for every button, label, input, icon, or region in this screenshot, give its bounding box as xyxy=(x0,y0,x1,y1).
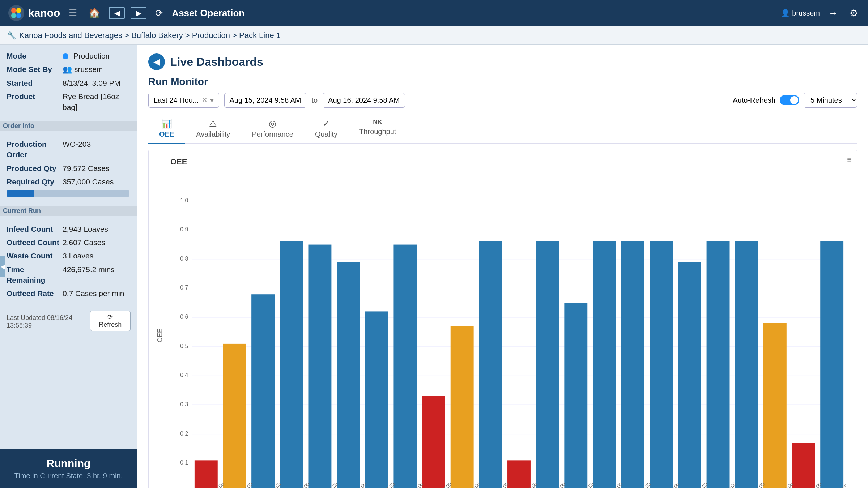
svg-rect-49 xyxy=(820,241,843,488)
oee-icon: 📊 xyxy=(161,119,172,129)
svg-rect-46 xyxy=(735,241,758,488)
dashboard-header: ◀ Live Dashboards xyxy=(148,53,857,70)
back-to-dashboards-button[interactable]: ◀ xyxy=(148,53,165,70)
svg-rect-29 xyxy=(251,294,275,488)
info-section: Mode Production Mode Set By 👥srussem Sta… xyxy=(0,45,137,121)
login-button[interactable]: → xyxy=(826,6,841,20)
current-run-section: Infeed Count 2,943 Loaves Outfeed Count … xyxy=(0,218,137,308)
tab-quality-label: Quality xyxy=(315,130,337,138)
date-range-dropdown[interactable]: Last 24 Hou... ✕ ▾ xyxy=(148,93,219,108)
svg-rect-34 xyxy=(393,245,417,488)
chart-menu-button[interactable]: ≡ xyxy=(847,155,852,164)
svg-text:0.3: 0.3 xyxy=(180,401,188,407)
mode-dot xyxy=(63,53,68,59)
date-from-value: Aug 15, 2024 9:58 AM xyxy=(230,96,301,104)
outfeed-rate-label: Outfeed Rate xyxy=(7,288,63,299)
tab-throughput-label: Throughput xyxy=(359,128,396,136)
tab-oee-label: OEE xyxy=(159,130,174,138)
svg-rect-43 xyxy=(650,241,673,488)
tab-availability-label: Availability xyxy=(196,130,230,138)
username-label: brussem xyxy=(792,9,820,17)
auto-refresh-toggle[interactable] xyxy=(780,95,799,105)
product-value: Rye Bread [16oz bag] xyxy=(63,91,131,112)
last-updated: Last Updated 08/16/24 13:58:39 xyxy=(7,314,90,329)
tab-oee[interactable]: 📊 OEE xyxy=(148,114,185,144)
progress-bar-fill xyxy=(7,190,34,197)
tab-throughput[interactable]: NK Throughput xyxy=(348,114,407,144)
svg-rect-41 xyxy=(593,241,616,488)
availability-icon: ⚠ xyxy=(209,119,217,129)
svg-point-4 xyxy=(16,13,21,18)
produced-qty-row: Produced Qty 79,572 Cases xyxy=(7,163,131,174)
svg-rect-32 xyxy=(337,262,360,488)
svg-text:0.5: 0.5 xyxy=(180,343,188,349)
svg-text:0.2: 0.2 xyxy=(180,431,188,437)
waste-count-row: Waste Count 3 Loaves xyxy=(7,251,131,261)
running-banner: Running Time in Current State: 3 hr. 9 m… xyxy=(0,449,137,488)
svg-rect-38 xyxy=(507,460,531,488)
logo-area: kanoo xyxy=(7,4,60,22)
auto-refresh-label: Auto-Refresh xyxy=(733,96,775,104)
outfeed-rate-row: Outfeed Rate 0.7 Cases per min xyxy=(7,288,131,299)
svg-rect-39 xyxy=(536,241,559,488)
throughput-icon: NK xyxy=(373,119,382,126)
svg-rect-42 xyxy=(621,241,644,488)
svg-rect-45 xyxy=(707,241,730,488)
kanoo-logo-icon xyxy=(7,4,25,22)
outfeed-count-row: Outfeed Count 2,607 Cases xyxy=(7,237,131,248)
mode-value: Production xyxy=(63,51,110,61)
user-area: 👤 brussem xyxy=(781,9,820,17)
svg-text:1.0: 1.0 xyxy=(180,197,188,204)
back-button[interactable]: ◀ xyxy=(109,7,125,19)
svg-rect-31 xyxy=(308,245,331,488)
svg-rect-27 xyxy=(195,460,218,488)
svg-rect-33 xyxy=(365,311,388,488)
forward-button[interactable]: ▶ xyxy=(131,7,146,19)
svg-rect-37 xyxy=(479,241,502,488)
tab-quality[interactable]: ✓ Quality xyxy=(304,114,348,144)
svg-point-1 xyxy=(11,8,16,13)
mode-label: Mode xyxy=(7,51,63,61)
mode-set-by-label: Mode Set By xyxy=(7,64,63,74)
order-info-divider: Order Info xyxy=(0,121,137,131)
settings-button[interactable]: ⚙ xyxy=(847,6,861,20)
svg-text:0.6: 0.6 xyxy=(180,314,188,320)
menu-button[interactable]: ☰ xyxy=(66,6,80,20)
svg-text:0.7: 0.7 xyxy=(180,284,188,291)
tab-availability[interactable]: ⚠ Availability xyxy=(185,114,241,144)
svg-text:0.4: 0.4 xyxy=(180,372,188,378)
user-icon: 👤 xyxy=(781,9,790,17)
date-to-value: Aug 16, 2024 9:58 AM xyxy=(328,96,400,104)
tabs-row: 📊 OEE ⚠ Availability ◎ Performance ✓ Qua… xyxy=(148,114,857,144)
refresh-button[interactable]: ⟳ Refresh xyxy=(90,311,131,331)
time-remaining-row: Time Remaining 426,675.2 mins xyxy=(7,264,131,286)
tab-performance[interactable]: ◎ Performance xyxy=(241,114,304,144)
running-time: Time in Current State: 3 hr. 9 min. xyxy=(6,472,131,480)
clear-icon[interactable]: ✕ xyxy=(202,96,207,104)
production-order-label: Production Order xyxy=(7,139,63,160)
right-panel: ◀ Live Dashboards Run Monitor Last 24 Ho… xyxy=(137,45,868,488)
svg-point-0 xyxy=(8,5,24,21)
date-to-input[interactable]: Aug 16, 2024 9:58 AM xyxy=(323,93,405,108)
filter-row: Last 24 Hou... ✕ ▾ Aug 15, 2024 9:58 AM … xyxy=(148,93,857,108)
infeed-count-label: Infeed Count xyxy=(7,224,63,234)
svg-rect-48 xyxy=(792,443,815,488)
waste-count-value: 3 Loaves xyxy=(63,251,93,261)
performance-icon: ◎ xyxy=(269,119,276,129)
toggle-dot xyxy=(790,96,798,104)
page-title: Asset Operation xyxy=(172,8,775,19)
product-label: Product xyxy=(7,91,63,112)
home-button[interactable]: 🏠 xyxy=(86,6,103,20)
svg-rect-44 xyxy=(678,262,701,488)
outfeed-count-value: 2,607 Cases xyxy=(63,237,105,248)
collapse-panel-button[interactable]: ◀ xyxy=(0,256,5,277)
chart-title: OEE xyxy=(170,157,846,167)
chevron-down-icon: ▾ xyxy=(210,96,214,104)
order-info-section: Production Order WO-203 Produced Qty 79,… xyxy=(0,133,137,206)
date-from-input[interactable]: Aug 15, 2024 9:58 AM xyxy=(224,93,307,108)
history-button[interactable]: ⟳ xyxy=(152,6,166,20)
quality-icon: ✓ xyxy=(323,119,330,129)
running-status: Running xyxy=(6,457,131,470)
interval-dropdown[interactable]: 5 Minutes 1 Minute 10 Minutes 30 Minutes xyxy=(804,93,857,108)
waste-count-label: Waste Count xyxy=(7,251,63,261)
